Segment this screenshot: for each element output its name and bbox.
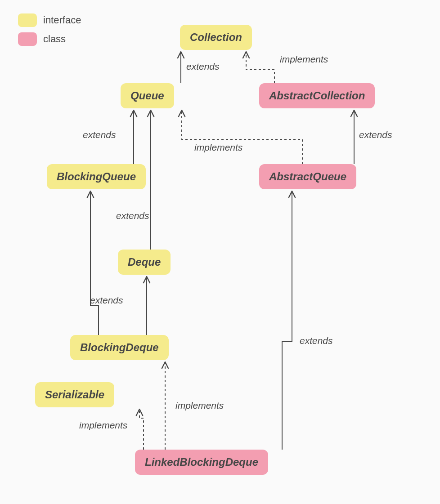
edge-blockingdeque-extends-blockingqueue (90, 191, 99, 335)
legend-text-class: class (43, 33, 66, 45)
diagram-canvas: interface class (0, 0, 440, 504)
edges-layer (0, 0, 440, 504)
edge-abscoll-implements-collection (246, 52, 274, 83)
label-lbd-impl-serial: implements (79, 420, 127, 431)
node-label: LinkedBlockingDeque (145, 456, 258, 468)
node-label: Deque (128, 256, 161, 268)
edge-lbd-implements-serializable (139, 409, 144, 450)
node-deque: Deque (118, 250, 171, 275)
node-label: AbstractCollection (269, 89, 365, 102)
node-queue: Queue (121, 83, 174, 108)
label-blockd-ext: extends (90, 295, 123, 306)
label-lbd-impl-blockd: implements (175, 400, 224, 411)
node-abstract-collection: AbstractCollection (259, 83, 375, 108)
node-label: Serializable (45, 388, 104, 401)
node-blocking-queue: BlockingQueue (47, 164, 146, 189)
legend-text-interface: interface (43, 14, 81, 26)
edge-absqueue-implements-queue (182, 110, 302, 164)
label-blockq-ext-queue: extends (83, 129, 116, 140)
node-blocking-deque: BlockingDeque (70, 335, 169, 360)
label-lbd-ext-absq: extends (300, 335, 333, 346)
node-label: Queue (130, 89, 164, 102)
edge-lbd-extends-absqueue (282, 191, 292, 450)
label-absq-ext-abscol: extends (359, 129, 392, 140)
node-label: BlockingQueue (57, 170, 136, 183)
label-abscol-impl-collection: implements (280, 54, 328, 65)
legend-swatch-class (18, 32, 37, 46)
legend: interface class (18, 13, 81, 51)
node-label: AbstractQueue (269, 170, 346, 183)
label-deque-ext-queue: extends (116, 210, 149, 221)
node-abstract-queue: AbstractQueue (259, 164, 356, 189)
legend-row-class: class (18, 32, 81, 46)
node-label: Collection (190, 31, 242, 43)
label-absq-impl-queue: implements (194, 142, 242, 153)
label-queue-ext-collection: extends (186, 61, 220, 72)
node-collection: Collection (180, 25, 252, 50)
node-label: BlockingDeque (80, 341, 159, 353)
node-serializable: Serializable (35, 382, 114, 407)
legend-row-interface: interface (18, 13, 81, 27)
legend-swatch-interface (18, 13, 37, 27)
node-linked-blocking-deque: LinkedBlockingDeque (135, 450, 268, 475)
